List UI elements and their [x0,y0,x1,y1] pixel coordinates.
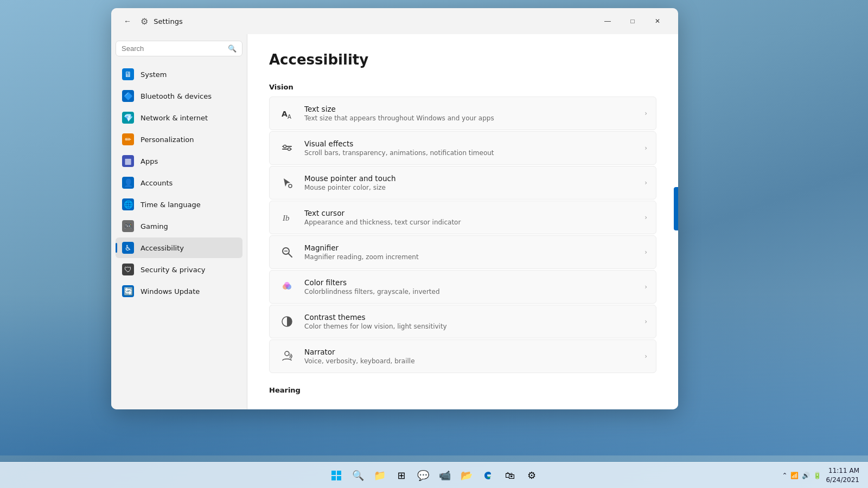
contrast-themes-icon [278,313,296,330]
wifi-icon[interactable]: 📶 [790,472,799,479]
contrast-themes-desc: Color themes for low vision, light sensi… [304,323,636,330]
hearing-section-label: Hearing [269,386,656,394]
sidebar-label-gaming: Gaming [141,222,168,230]
clock[interactable]: 11:11 AM 6/24/2021 [826,466,859,485]
system-tray: ⌃ 📶 🔊 🔋 [782,472,821,479]
taskbar-folders[interactable]: 📂 [457,466,476,485]
taskbar-widgets[interactable]: ⊞ [392,466,411,485]
text-size-desc: Text size that appears throughout Window… [304,114,636,122]
settings-item-text-cursor[interactable]: Ib Text cursor Appearance and thickness,… [269,201,656,234]
update-icon: 🔄 [122,285,134,297]
sidebar-item-accessibility[interactable]: ♿ Accessibility [116,237,242,258]
sidebar-label-accounts: Accounts [141,179,173,187]
visual-effects-icon [278,139,296,157]
text-cursor-title: Text cursor [304,209,636,217]
taskbar-icons: 🔍 📁 ⊞ 💬 📹 📂 🛍 ⚙ [327,466,541,485]
network-icon: 💎 [122,112,134,124]
magnifier-icon [278,243,296,261]
taskbar-store[interactable]: 🛍 [500,466,520,485]
color-filters-title: Color filters [304,278,636,287]
svg-rect-16 [331,471,336,475]
svg-point-6 [289,184,292,188]
time-display: 11:11 AM [826,466,859,476]
text-cursor-text: Text cursor Appearance and thickness, te… [304,209,636,226]
sidebar-label-network: Network & internet [141,114,208,122]
gaming-icon: 🎮 [122,220,134,232]
narrator-icon [278,348,296,365]
visual-effects-chevron: › [644,144,647,152]
mouse-pointer-icon [278,174,296,191]
search-input[interactable] [122,44,224,53]
content-area: Accessibility Vision A A Text size Text … [247,34,678,409]
color-filters-chevron: › [644,283,647,291]
sidebar-item-network[interactable]: 💎 Network & internet [116,107,242,128]
sidebar-label-system: System [141,70,167,79]
sidebar-label-update: Windows Update [141,287,200,296]
battery-icon[interactable]: 🔋 [813,472,821,479]
taskbar-meeting[interactable]: 📹 [435,466,455,485]
right-accent [674,187,678,230]
sidebar-label-apps: Apps [141,157,158,165]
svg-rect-17 [337,471,341,475]
color-filters-icon [278,278,296,296]
contrast-themes-text: Contrast themes Color themes for low vis… [304,313,636,330]
personalization-icon: ✏ [122,133,134,145]
settings-item-magnifier[interactable]: Magnifier Magnifier reading, zoom increm… [269,235,656,269]
settings-item-text-size[interactable]: A A Text size Text size that appears thr… [269,97,656,130]
mouse-pointer-desc: Mouse pointer color, size [304,184,636,191]
start-button[interactable] [327,466,346,485]
sidebar-item-bluetooth[interactable]: 🔷 Bluetooth & devices [116,86,242,106]
settings-window: ← ⚙ Settings — □ ✕ 🔍 🖥 System 🔷 [111,8,678,409]
minimize-button[interactable]: — [596,12,620,30]
accessibility-icon: ♿ [122,242,134,254]
volume-icon[interactable]: 🔊 [802,472,810,479]
svg-point-13 [284,282,290,287]
title-bar-left: ← ⚙ Settings [120,14,183,29]
text-size-text: Text size Text size that appears through… [304,105,636,122]
taskbar-edge[interactable] [478,466,498,485]
narrator-text: Narrator Voice, verbosity, keyboard, bra… [304,348,636,365]
visual-effects-desc: Scroll bars, transparency, animations, n… [304,149,636,157]
maximize-button[interactable]: □ [621,12,644,30]
magnifier-title: Magnifier [304,243,636,252]
svg-text:Ib: Ib [282,214,290,222]
settings-item-contrast-themes[interactable]: Contrast themes Color themes for low vis… [269,305,656,338]
sidebar-item-personalization[interactable]: ✏ Personalization [116,129,242,150]
sidebar-item-security[interactable]: 🛡 Security & privacy [116,259,242,280]
text-size-title: Text size [304,105,636,113]
sidebar-label-time: Time & language [141,201,201,209]
taskbar: 🔍 📁 ⊞ 💬 📹 📂 🛍 ⚙ ⌃ 📶 🔊 🔋 11:11 AM 6/24/20… [0,462,868,488]
svg-line-9 [289,254,292,257]
svg-point-15 [285,351,289,356]
contrast-themes-title: Contrast themes [304,313,636,322]
sidebar-item-time[interactable]: 🌐 Time & language [116,194,242,215]
settings-item-mouse-pointer[interactable]: Mouse pointer and touch Mouse pointer co… [269,166,656,200]
window-title: Settings [154,17,182,25]
back-button[interactable]: ← [120,14,135,29]
close-button[interactable]: ✕ [646,12,669,30]
search-box[interactable]: 🔍 [116,41,242,56]
vision-section-label: Vision [269,83,656,91]
sidebar-item-apps[interactable]: ▦ Apps [116,151,242,171]
chevron-up-icon[interactable]: ⌃ [782,472,787,479]
settings-item-color-filters[interactable]: Color filters Colorblindness filters, gr… [269,270,656,304]
sidebar-item-system[interactable]: 🖥 System [116,64,242,85]
magnifier-desc: Magnifier reading, zoom increment [304,253,636,261]
sidebar-item-accounts[interactable]: 👤 Accounts [116,172,242,193]
settings-item-visual-effects[interactable]: Visual effects Scroll bars, transparency… [269,131,656,165]
taskbar-file-explorer[interactable]: 📁 [370,466,390,485]
text-size-chevron: › [644,110,647,117]
sidebar-item-gaming[interactable]: 🎮 Gaming [116,216,242,236]
settings-item-narrator[interactable]: Narrator Voice, verbosity, keyboard, bra… [269,339,656,373]
taskbar-right: ⌃ 📶 🔊 🔋 11:11 AM 6/24/2021 [782,466,859,485]
sidebar-label-personalization: Personalization [141,136,194,144]
mouse-pointer-title: Mouse pointer and touch [304,174,636,183]
taskbar-teams[interactable]: 💬 [413,466,433,485]
svg-text:A: A [288,114,291,120]
security-icon: 🛡 [122,264,134,275]
sidebar-item-update[interactable]: 🔄 Windows Update [116,281,242,301]
taskbar-settings-pinned[interactable]: ⚙ [522,466,541,485]
sidebar-label-bluetooth: Bluetooth & devices [141,92,212,100]
accounts-icon: 👤 [122,177,134,189]
taskbar-search-button[interactable]: 🔍 [348,466,368,485]
